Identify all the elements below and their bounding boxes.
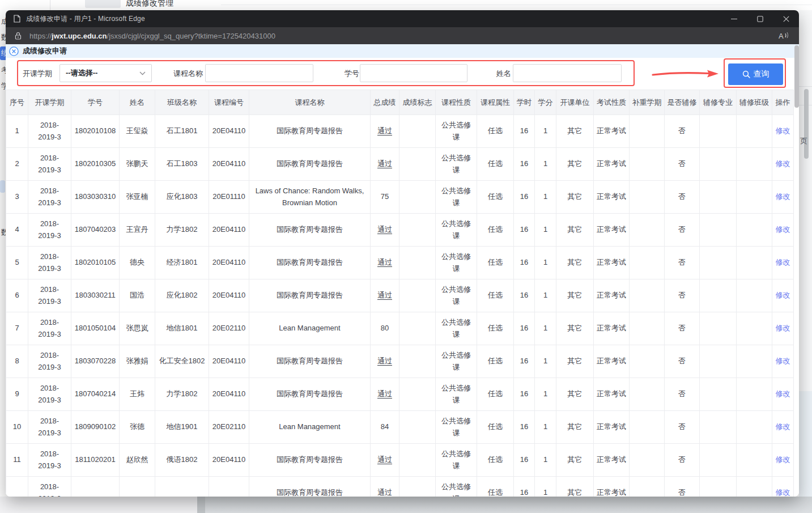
cell: 国际教育周专题报告 [249, 214, 371, 247]
cell: 16 [514, 345, 535, 378]
maximize-button[interactable] [747, 10, 773, 27]
background-page-top: 成绩修改管理 [0, 0, 812, 10]
cell: 国际教育周专题报告 [249, 477, 371, 497]
cell: 2018-2019-3 [28, 214, 71, 247]
scrollbar-track[interactable] [794, 44, 799, 497]
annotation-button-highlight: 查询 [724, 58, 786, 88]
cell: 否 [665, 345, 700, 378]
window-titlebar: 成绩修改申请 - 用户1 - Microsoft Edge [6, 10, 799, 27]
column-header: 辅修专业 [700, 90, 737, 115]
cell [700, 181, 737, 214]
cell [700, 115, 737, 148]
cell [399, 312, 436, 345]
edit-link[interactable]: 修改 [776, 126, 790, 135]
cell: 王宜丹 [120, 214, 155, 247]
column-header: 是否辅修 [665, 90, 700, 115]
cell: Lean Management [249, 411, 371, 444]
column-header: 课程编号 [209, 90, 249, 115]
cell: 2018-2019-3 [28, 312, 71, 345]
cell: 其它 [556, 378, 594, 411]
edit-link[interactable]: 修改 [776, 258, 790, 266]
filter-bar: 开课学期 --请选择-- 课程名称 学号 姓名 [6, 58, 799, 90]
cell: 正常考试 [594, 345, 630, 378]
cell: 2018-2019-3 [28, 148, 71, 181]
edit-link[interactable]: 修改 [776, 192, 790, 201]
edit-link[interactable]: 修改 [776, 324, 790, 332]
cell [630, 279, 665, 312]
cell: 否 [665, 148, 700, 181]
minimize-button[interactable] [721, 10, 747, 27]
background-divider [221, 5, 812, 5]
cell: 修改 [772, 247, 794, 279]
cell [399, 181, 436, 214]
cell: 通过 [371, 115, 399, 148]
url-text[interactable]: https://jwxt.upc.edu.cn/jsxsd/cjgl/cjxgg… [29, 32, 275, 40]
cell: 16 [514, 279, 535, 312]
edit-link[interactable]: 修改 [776, 159, 790, 168]
cell: 通过 [371, 214, 399, 247]
cell: 1802010305 [71, 148, 120, 181]
cell [737, 181, 772, 214]
cell: 16 [514, 444, 535, 477]
background-sidebar-sliver: 成数绩考学数 [0, 10, 6, 497]
table-header-row: 序号开课学期学号姓名班级名称课程编号课程名称总成绩成绩标志课程性质课程属性学时学… [6, 90, 794, 115]
semester-select[interactable]: --请选择-- [59, 64, 152, 82]
cell: 石工1801 [155, 115, 209, 148]
cell [399, 115, 436, 148]
read-aloud-icon[interactable]: A [779, 27, 790, 44]
edit-link[interactable]: 修改 [776, 389, 790, 398]
column-header: 辅修班级 [737, 90, 772, 115]
student-id-label: 学号 [345, 58, 359, 90]
scrollbar-thumb[interactable] [794, 45, 799, 108]
cell [630, 214, 665, 247]
cell: 5 [6, 247, 28, 279]
column-header: 课程名称 [249, 90, 371, 115]
cell [737, 345, 772, 378]
cell: 公共选修课 [436, 181, 477, 214]
cell [737, 312, 772, 345]
cell [737, 444, 772, 477]
cell: 正常考试 [594, 148, 630, 181]
name-label: 姓名 [496, 58, 511, 90]
lock-icon[interactable] [15, 32, 22, 40]
edit-link[interactable]: 修改 [776, 357, 790, 365]
cell: 1 [535, 345, 556, 378]
edit-link[interactable]: 修改 [776, 291, 790, 299]
close-button[interactable] [773, 10, 799, 27]
cell: 经济1801 [155, 247, 209, 279]
cell: 否 [665, 279, 700, 312]
student-id-input[interactable] [360, 64, 467, 82]
course-name-input[interactable] [205, 64, 313, 82]
cell: 1 [535, 181, 556, 214]
column-header: 姓名 [120, 90, 155, 115]
name-input[interactable] [513, 64, 622, 82]
cell: 1802010108 [71, 115, 120, 148]
cell: 否 [665, 312, 700, 345]
cell [737, 115, 772, 148]
edge-popup-window: 成绩修改申请 - 用户1 - Microsoft Edge https://jw… [6, 10, 799, 497]
background-tab [85, 0, 121, 8]
cell: 通过 [371, 279, 399, 312]
cell: 公共选修课 [436, 247, 477, 279]
screen: 成绩修改管理 成数绩考学数 页 成绩修改申请 - 用户1 - Microsoft… [0, 0, 812, 513]
cell: 1803070228 [71, 345, 120, 378]
column-header: 课程属性 [477, 90, 514, 115]
background-sidebar-fragment: 数 [1, 32, 6, 43]
query-button[interactable]: 查询 [728, 63, 783, 85]
cell: 俄语1802 [155, 444, 209, 477]
cell [700, 279, 737, 312]
chevron-down-icon [139, 71, 146, 75]
edit-link[interactable]: 修改 [776, 455, 790, 464]
table-row: 32018-2019-31803030310张亚楠应化180320E01110L… [6, 181, 794, 214]
edit-link[interactable]: 修改 [776, 225, 790, 234]
edit-link[interactable]: 修改 [776, 422, 790, 431]
cell [399, 247, 436, 279]
background-divider [799, 86, 812, 87]
edit-link[interactable]: 修改 [776, 488, 790, 497]
cell: 10 [6, 411, 28, 444]
cell [399, 411, 436, 444]
tab-close-icon[interactable] [9, 46, 19, 56]
cell [700, 378, 737, 411]
cell: 80 [371, 312, 399, 345]
cell: 任选 [477, 411, 514, 444]
